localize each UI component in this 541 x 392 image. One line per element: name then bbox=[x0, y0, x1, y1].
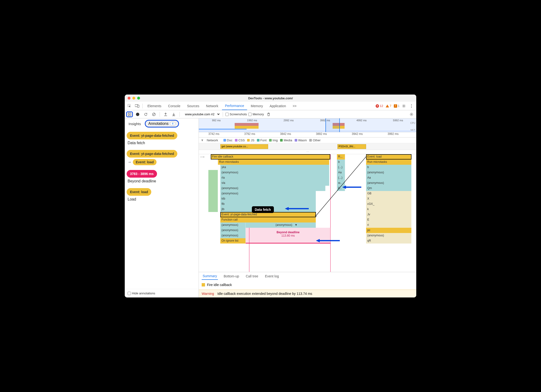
flame-event[interactable]: ri bbox=[366, 222, 411, 228]
screenshots-checkbox[interactable]: Screenshots bbox=[225, 112, 247, 116]
traffic-lights bbox=[128, 97, 140, 100]
flame-event[interactable]: vla bbox=[220, 180, 329, 186]
kebab-menu-icon[interactable] bbox=[408, 103, 415, 109]
flame-event[interactable]: (anonymous) bbox=[366, 233, 411, 238]
timeline-content: 992 ms 1992 ms 2992 ms 3992 ms 4992 ms 5… bbox=[199, 118, 416, 297]
flame-event[interactable] bbox=[208, 191, 218, 196]
flame-event[interactable]: Aa bbox=[366, 175, 411, 180]
flame-event[interactable]: Run microtasks bbox=[218, 159, 329, 165]
flame-event[interactable]: On ignore list bbox=[220, 238, 246, 244]
network-track-header[interactable]: ▼ Network DocCSSJSFontImgMediaWasmOther bbox=[199, 138, 416, 143]
memory-checkbox[interactable]: Memory bbox=[248, 112, 264, 116]
gc-icon[interactable] bbox=[265, 111, 272, 118]
flame-event[interactable]: Jv bbox=[366, 212, 411, 217]
tab-elements[interactable]: Elements bbox=[145, 102, 164, 110]
upload-icon[interactable] bbox=[162, 111, 169, 118]
flame-event[interactable]: b bbox=[366, 165, 411, 170]
flame-event[interactable]: (anonymous) bbox=[366, 180, 411, 186]
annotations-list: Event: yt-page-data-fetched Data fetch E… bbox=[125, 129, 199, 204]
tab-insights[interactable]: Insights bbox=[127, 121, 143, 127]
collapse-sidebar-button[interactable] bbox=[126, 111, 133, 117]
tab-sources[interactable]: Sources bbox=[184, 102, 202, 110]
annotation-item[interactable]: 3783 - 3896 ms Beyond deadline bbox=[127, 170, 197, 183]
flame-event[interactable]: k bbox=[366, 207, 411, 212]
flame-event[interactable]: (anonymous) bbox=[220, 228, 246, 233]
flame-event[interactable]: yka bbox=[220, 165, 329, 170]
settings-gear-icon[interactable] bbox=[400, 103, 407, 109]
minimize-window-button[interactable] bbox=[132, 97, 135, 100]
tab-application[interactable]: Application bbox=[267, 102, 289, 110]
flame-event[interactable]: rla bbox=[220, 175, 329, 180]
flame-event[interactable] bbox=[208, 186, 218, 191]
flame-event[interactable]: qR bbox=[366, 238, 411, 244]
flame-event[interactable] bbox=[208, 201, 218, 207]
flame-event[interactable]: b bbox=[337, 159, 345, 165]
flame-event[interactable]: Function call bbox=[220, 217, 316, 222]
flame-event[interactable]: Aa bbox=[337, 170, 345, 175]
flame-event[interactable] bbox=[208, 207, 218, 212]
record-button[interactable] bbox=[134, 111, 141, 118]
flame-event[interactable] bbox=[208, 180, 218, 186]
tab-memory[interactable]: Memory bbox=[248, 102, 266, 110]
device-toolbar-icon[interactable] bbox=[134, 103, 141, 109]
hide-annotations-checkbox[interactable]: Hide annotations bbox=[128, 291, 196, 295]
tab-overflow[interactable]: >> bbox=[290, 102, 299, 110]
flame-event[interactable]: (anonymous) bbox=[220, 170, 329, 175]
flame-event[interactable]: (...) bbox=[337, 175, 345, 180]
console-badges[interactable]: ✕12 7 !1 bbox=[376, 104, 400, 108]
flame-event[interactable] bbox=[208, 170, 218, 175]
reload-button[interactable] bbox=[142, 111, 149, 118]
flame-event[interactable]: cGX_ bbox=[366, 201, 411, 207]
flame-event[interactable]: X bbox=[366, 196, 411, 201]
tab-event-log[interactable]: Event log bbox=[264, 273, 280, 280]
inspect-element-icon[interactable] bbox=[126, 103, 133, 109]
timeline-overview[interactable]: 992 ms 1992 ms 2992 ms 3992 ms 4992 ms 5… bbox=[199, 118, 416, 132]
flame-event[interactable]: Qm bbox=[366, 186, 411, 191]
tab-call-tree[interactable]: Call tree bbox=[245, 273, 259, 280]
flame-event[interactable]: (anonymous) bbox=[220, 233, 246, 238]
tab-annotations[interactable]: Annotations 4 bbox=[145, 120, 179, 127]
arrow-icon bbox=[285, 206, 309, 211]
flame-event[interactable]: GB bbox=[366, 191, 411, 196]
recording-select[interactable]: www.youtube.com #2 bbox=[182, 112, 220, 117]
close-window-button[interactable] bbox=[128, 97, 130, 100]
flame-event[interactable]: Run microtasks bbox=[366, 159, 411, 165]
callout-data-fetch: Data fetch bbox=[252, 206, 274, 213]
overview-selection[interactable] bbox=[325, 118, 340, 132]
capture-settings-gear-icon[interactable] bbox=[408, 111, 415, 118]
panel-tabs: Elements Console Sources Network Perform… bbox=[125, 102, 416, 110]
flame-event[interactable]: flb bbox=[220, 201, 316, 207]
flame-event[interactable]: (anonymous) ▼ bbox=[246, 222, 316, 228]
tab-bottom-up[interactable]: Bottom-up bbox=[223, 273, 240, 280]
flame-event[interactable]: (anonymous) bbox=[220, 222, 246, 228]
selected-event-name: Fire idle callback bbox=[207, 283, 232, 287]
annotation-item[interactable]: Event: yt-page-data-fetched Data fetch bbox=[127, 132, 197, 145]
issue-icon: ! bbox=[394, 104, 397, 108]
flame-event[interactable]: (anonymous) bbox=[366, 170, 411, 175]
tab-console[interactable]: Console bbox=[165, 102, 183, 110]
annotation-item[interactable]: Event: load Load bbox=[127, 188, 197, 201]
flame-event[interactable] bbox=[208, 196, 218, 201]
svg-point-11 bbox=[411, 114, 412, 115]
flame-event[interactable]: E bbox=[366, 217, 411, 222]
download-icon[interactable] bbox=[170, 111, 177, 118]
flame-event[interactable]: (anonymous) bbox=[220, 186, 325, 191]
flame-event[interactable] bbox=[208, 175, 218, 180]
tab-summary[interactable]: Summary bbox=[202, 273, 218, 280]
flame-event[interactable]: pc bbox=[366, 228, 411, 233]
tab-network[interactable]: Network bbox=[203, 102, 221, 110]
network-track[interactable]: get (www.youtube.co... PSDnSI_8fd... bbox=[199, 143, 416, 150]
annotation-item[interactable]: Event: yt-page-data-fetched → Event: loa… bbox=[127, 150, 197, 165]
network-request[interactable]: PSDnSI_8fd... bbox=[337, 144, 366, 149]
error-icon: ✕ bbox=[376, 104, 379, 108]
maximize-window-button[interactable] bbox=[137, 97, 140, 100]
devtools-window: DevTools - www.youtube.com/ Elements Con… bbox=[125, 95, 416, 297]
network-request[interactable]: get (www.youtube.co... bbox=[220, 144, 268, 149]
clear-button[interactable] bbox=[151, 111, 157, 118]
flame-chart[interactable]: Data fetch Load Fire idle callbackRun mi… bbox=[199, 154, 416, 272]
flame-event[interactable]: (anonymous) bbox=[220, 191, 316, 196]
flame-event[interactable]: (...) bbox=[337, 165, 345, 170]
tab-performance[interactable]: Performance bbox=[222, 102, 247, 110]
flame-event[interactable]: R... bbox=[337, 154, 345, 159]
flame-event[interactable]: klb bbox=[220, 196, 316, 201]
